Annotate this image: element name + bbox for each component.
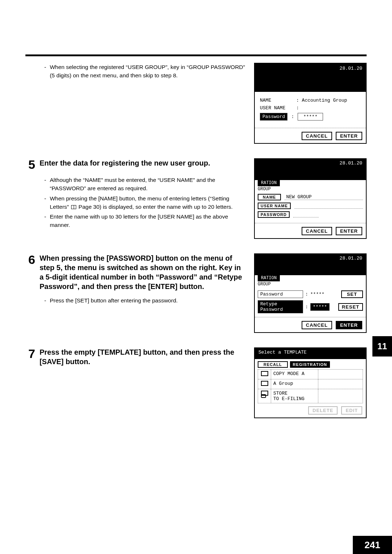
retype-password-value[interactable]: ***** — [310, 303, 330, 311]
step5-bullet-2b: Page 30) is displayed, so enter the name… — [78, 204, 233, 210]
registration-tab[interactable]: REGISTRATION — [290, 361, 330, 368]
template-empty-slot[interactable] — [318, 379, 363, 389]
name-input-value[interactable]: NEW GROUP — [285, 194, 363, 200]
template-store-icon — [261, 391, 268, 396]
set-button[interactable]: SET — [341, 290, 363, 298]
template-icon — [261, 381, 268, 386]
template-store-efiling[interactable]: STORE TO E-FILING — [271, 389, 318, 403]
delete-button[interactable]: DELETE — [308, 406, 338, 415]
lcd-username-value: : — [296, 105, 299, 111]
lcd-screen-password-set: 28.01.20 RATION GROUP Password : ***** S… — [254, 253, 367, 333]
enter-button[interactable]: ENTER — [336, 227, 362, 235]
lcd-username-label: USER NAME — [260, 105, 293, 111]
password-label-field: Password — [258, 290, 303, 298]
enter-button[interactable]: ENTER — [336, 132, 362, 140]
step6-title: When pressing the [PASSWORD] button on t… — [40, 253, 245, 291]
cancel-button[interactable]: CANCEL — [302, 227, 332, 235]
bullet-dash: - — [44, 296, 46, 305]
bullet-dash: - — [44, 63, 46, 80]
step5-title: Enter the data for registering the new u… — [40, 158, 210, 168]
retype-password-label-field: Retype Password — [258, 300, 303, 313]
bullet-dash: - — [44, 212, 46, 229]
chapter-tab: 11 — [372, 336, 392, 357]
name-button[interactable]: NAME — [258, 194, 281, 200]
step-number-6: 6 — [28, 253, 35, 266]
template-copy-mode[interactable]: COPY MODE A — [271, 370, 318, 379]
password-button[interactable]: PASSWORD — [258, 211, 290, 218]
lcd-screen-new-group: 28.01.20 RATION GROUP NAME NEW GROUP USE… — [254, 158, 367, 239]
step5-bullet-1: Although the “NAME” must be entered, the… — [50, 176, 245, 193]
enter-button[interactable]: ENTER — [336, 321, 362, 329]
page-number: 241 — [353, 536, 392, 554]
book-icon — [71, 205, 76, 209]
retype-password-colon: : — [305, 304, 308, 310]
page-top-rule — [25, 54, 367, 56]
lcd-select-template-title: Select a TEMPLATE — [255, 348, 366, 359]
reset-button[interactable]: RESET — [338, 303, 363, 311]
lcd-name-label: NAME — [260, 98, 293, 103]
cancel-button[interactable]: CANCEL — [302, 321, 332, 329]
lcd-tab-ration[interactable]: RATION — [258, 275, 280, 281]
lcd-password-value[interactable]: ***** — [298, 113, 323, 121]
lcd-password-field[interactable]: Password — [260, 113, 287, 121]
lcd-group-header: GROUP — [258, 187, 363, 192]
lcd-password-colon: : — [291, 114, 294, 119]
step7-title: Press the empty [TEMPLATE] button, and t… — [40, 347, 245, 366]
password-input[interactable] — [293, 212, 319, 217]
password-value[interactable]: ***** — [310, 292, 324, 297]
recall-tab[interactable]: RECALL — [258, 361, 288, 368]
bullet-dash: - — [44, 194, 46, 211]
lcd-name-value: : Accounting Group — [296, 98, 347, 103]
lcd-tab-ration[interactable]: RATION — [258, 180, 280, 186]
step-number-5: 5 — [28, 158, 35, 171]
lcd-group-header: GROUP — [258, 282, 363, 287]
step5-bullet-3: Enter the name with up to 30 letters for… — [50, 212, 245, 229]
lcd-date: 28.01.20 — [255, 64, 366, 92]
lcd-date: 28.01.20 — [255, 159, 366, 180]
lcd-date: 28.01.20 — [255, 254, 366, 275]
step5-bullet-2: When pressing the [NAME] button, the men… — [50, 194, 245, 211]
lcd-screen-select-template: Select a TEMPLATE RECALL REGISTRATION CO… — [254, 347, 367, 418]
step4-bullet-text: When selecting the registered “USER GROU… — [50, 63, 245, 80]
step6-bullet-1: Press the [SET] button after entering th… — [50, 296, 177, 305]
lcd-screen-password-prompt: 28.01.20 NAME : Accounting Group USER NA… — [254, 63, 367, 144]
template-empty-slot[interactable] — [318, 370, 363, 379]
username-button[interactable]: USER NAME — [258, 203, 291, 209]
password-colon: : — [305, 292, 308, 297]
template-empty-slot[interactable] — [318, 389, 363, 403]
edit-button[interactable]: EDIT — [341, 406, 362, 415]
username-input[interactable] — [294, 203, 363, 209]
step-number-7: 7 — [28, 347, 35, 360]
cancel-button[interactable]: CANCEL — [302, 132, 332, 140]
template-a-group[interactable]: A Group — [271, 379, 318, 389]
template-icon — [261, 371, 268, 376]
bullet-dash: - — [44, 176, 46, 193]
